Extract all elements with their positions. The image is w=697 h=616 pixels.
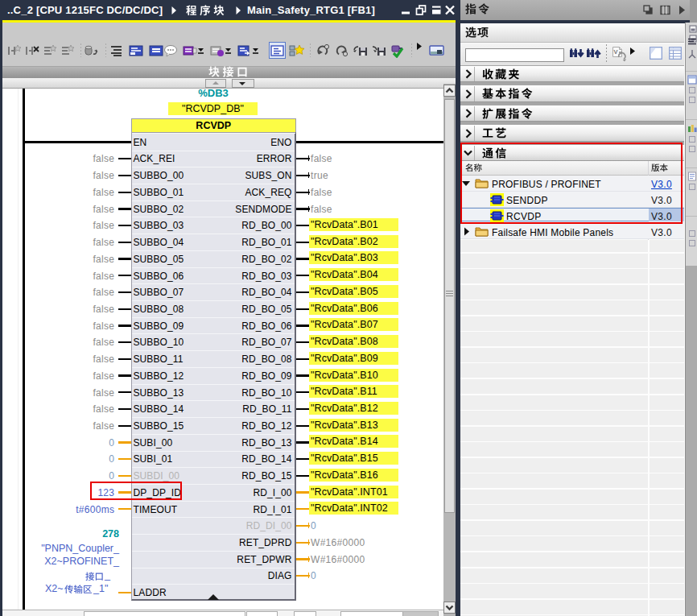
svg-text:V: V: [614, 48, 618, 56]
